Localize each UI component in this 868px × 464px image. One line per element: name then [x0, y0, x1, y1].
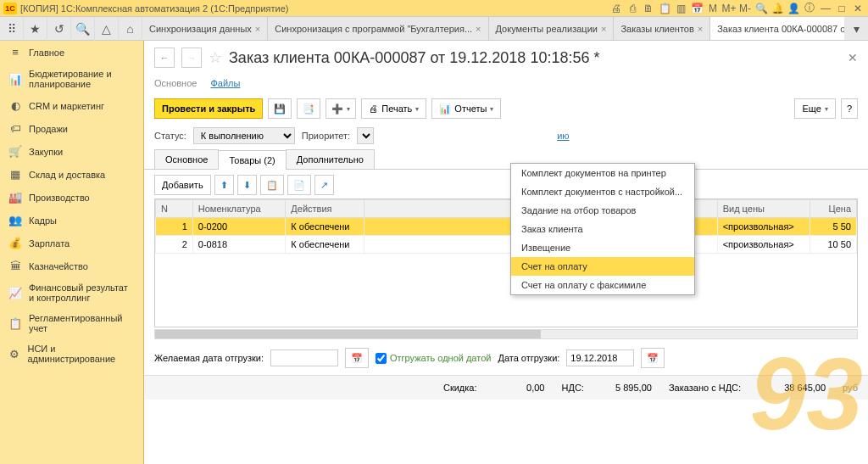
save-icon[interactable]: ⎙ [626, 2, 639, 15]
movedown-button[interactable]: ⬇ [237, 175, 257, 195]
clipboard-icon[interactable]: 📋 [658, 2, 671, 15]
tab-close-icon[interactable]: × [476, 24, 481, 34]
print-menu: Комплект документов на принтер Комплект … [510, 163, 695, 295]
grid-icon: ▦ [8, 168, 22, 181]
table-row[interactable]: 2 0-0818 К обеспечени 0,500 тыс. шт. <пр… [156, 236, 857, 254]
tab-close-icon[interactable]: × [601, 24, 606, 34]
tab-4[interactable]: Заказ клиента 00КА-000087 от 19.12.2018 … [710, 17, 844, 40]
ftab-goods[interactable]: Товары (2) [218, 150, 286, 170]
post-close-button[interactable]: Провести и закрыть [154, 98, 263, 119]
menu-item[interactable]: Комплект документов с настройкой... [511, 182, 694, 201]
col-price[interactable]: Цена [810, 200, 857, 218]
m-icon[interactable]: M [706, 2, 720, 15]
menu-item[interactable]: Задание на отбор товаров [511, 201, 694, 220]
menu-item[interactable]: Счет на оплату [511, 257, 694, 276]
tab-close-icon[interactable]: × [255, 24, 260, 34]
col-n[interactable]: N [156, 200, 193, 218]
sidebar-item-finresult[interactable]: 📈Финансовый результат и контроллинг [0, 277, 143, 308]
link-suffix[interactable]: ию [557, 131, 569, 141]
currency-label: руб [843, 383, 858, 393]
sidebar-item-sales[interactable]: 🏷Продажи [0, 117, 143, 140]
print-icon[interactable]: 🖨 [609, 2, 623, 15]
search-icon[interactable]: 🔍 [71, 17, 95, 41]
ftab-extra[interactable]: Дополнительно [286, 149, 375, 169]
favorite-icon[interactable]: ☆ [209, 48, 222, 67]
sidebar-item-crm[interactable]: ◐CRM и маркетинг [0, 94, 143, 117]
zoom-icon[interactable]: 🔍 [754, 2, 768, 15]
menu-item[interactable]: Извещение [511, 238, 694, 257]
horizontal-scrollbar[interactable] [154, 329, 858, 339]
ftab-main[interactable]: Основное [154, 149, 219, 169]
subnav-files[interactable]: Файлы [210, 78, 240, 88]
subnav-main[interactable]: Основное [154, 78, 197, 88]
doc-toolbar: Провести и закрыть 💾 📑 ➕▾ 🖨 Печать ▾ 📊 О… [144, 95, 868, 122]
status-select[interactable]: К выполнению [193, 127, 295, 144]
sidebar-item-budget[interactable]: 📊Бюджетирование и планирование [0, 64, 143, 94]
menu-item[interactable]: Заказ клиента [511, 220, 694, 238]
paste-button[interactable]: 📄 [287, 175, 311, 195]
maximize-icon[interactable]: □ [835, 2, 849, 15]
sidebar-item-purchase[interactable]: 🛒Закупки [0, 140, 143, 163]
wishdate-input[interactable] [270, 349, 338, 366]
print-button[interactable]: 🖨 Печать ▾ [361, 98, 426, 119]
more-button[interactable]: Еще ▾ [794, 98, 835, 119]
tab-close-icon[interactable]: × [698, 24, 703, 34]
table-row[interactable]: 1 0-0200 К обеспечени 5,000 тыс. шт. <пр… [156, 218, 857, 236]
history-icon[interactable]: ↺ [47, 17, 71, 41]
info-icon[interactable]: ⓘ [803, 2, 816, 15]
moveup-button[interactable]: ⬆ [214, 175, 234, 195]
discount-value: 0,00 [494, 383, 545, 393]
minimize-icon[interactable]: — [819, 2, 832, 15]
help-button[interactable]: ? [841, 98, 858, 119]
bell-icon[interactable]: 🔔 [771, 2, 784, 15]
user-icon[interactable]: 👤 [787, 2, 800, 15]
col-nom[interactable]: Номенклатура [192, 200, 286, 218]
tab-3[interactable]: Заказы клиентов× [614, 17, 710, 40]
tab-2[interactable]: Документы реализации× [489, 17, 615, 40]
notify-icon[interactable]: △ [95, 17, 119, 41]
copy-button[interactable]: 📋 [260, 175, 284, 195]
sidebar-item-treasury[interactable]: 🏛Казначейство [0, 254, 143, 277]
doc-icon[interactable]: 🗎 [642, 2, 655, 15]
save-button[interactable]: 💾 [268, 98, 292, 119]
priority-select[interactable] [357, 127, 374, 144]
sidebar-item-admin[interactable]: ⚙НСИ и администрирование [0, 338, 143, 369]
home-icon[interactable]: ⌂ [119, 17, 142, 41]
forward-button[interactable]: → [181, 48, 202, 68]
col-pt[interactable]: Вид цены [717, 200, 810, 218]
reports-button[interactable]: 📊 Отчеты ▾ [431, 98, 501, 119]
create-based-button[interactable]: ➕▾ [326, 98, 356, 119]
menu-item[interactable]: Счет на оплату с факсимиле [511, 276, 694, 294]
shipdate-input[interactable] [566, 349, 634, 366]
sidebar-item-main[interactable]: ≡Главное [0, 41, 143, 64]
tab-1[interactable]: Синхронизация с программой "Бухгалтерия.… [268, 17, 488, 40]
money-icon: 💰 [8, 237, 22, 249]
apps-icon[interactable]: ⠿ [0, 17, 24, 41]
topbar: ⠿ ★ ↺ 🔍 △ ⌂ Синхронизация данных× Синхро… [0, 17, 868, 41]
sidebar-item-production[interactable]: 🏭Производство [0, 186, 143, 209]
priority-label: Приоритет: [302, 131, 350, 141]
back-button[interactable]: ← [154, 48, 175, 68]
subnav: Основное Файлы [144, 75, 868, 95]
sidebar-item-warehouse[interactable]: ▦Склад и доставка [0, 163, 143, 186]
sidebar-item-regaccount[interactable]: 📋Регламентированный учет [0, 308, 143, 338]
menu-item[interactable]: Комплект документов на принтер [511, 164, 694, 182]
export-button[interactable]: ↗ [314, 175, 334, 195]
post-button[interactable]: 📑 [297, 98, 320, 119]
tabs-menu-icon[interactable]: ▾ [844, 17, 868, 41]
sidebar-item-salary[interactable]: 💰Зарплата [0, 232, 143, 254]
shipone-checkbox[interactable]: Отгружать одной датой [376, 353, 491, 364]
wishdate-cal-button[interactable]: 📅 [345, 348, 369, 368]
sidebar-item-hr[interactable]: 👥Кадры [0, 209, 143, 232]
close-icon[interactable]: ✕ [851, 2, 865, 15]
close-doc-icon[interactable]: ✕ [848, 51, 858, 64]
col-act[interactable]: Действия [286, 200, 364, 218]
tab-0[interactable]: Синхронизация данных× [142, 17, 268, 40]
add-button[interactable]: Добавить [154, 175, 211, 195]
shipdate-cal-button[interactable]: 📅 [641, 348, 665, 368]
mplus-icon[interactable]: M+ [722, 2, 736, 15]
star-icon[interactable]: ★ [24, 17, 47, 41]
calendar-icon[interactable]: 📅 [690, 2, 704, 15]
mminus-icon[interactable]: M- [738, 2, 752, 15]
calc-icon[interactable]: ▥ [674, 2, 687, 15]
